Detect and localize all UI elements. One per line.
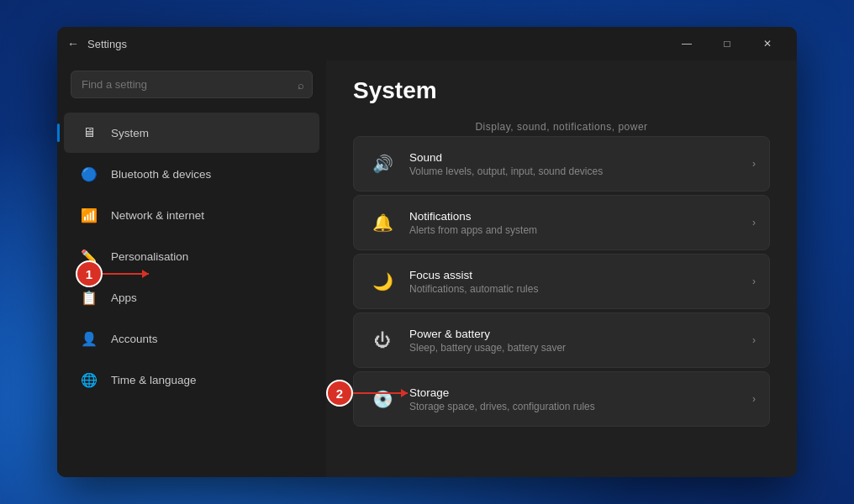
- focus-icon: 🌙: [367, 266, 398, 297]
- setting-item-notifications[interactable]: 🔔NotificationsAlerts from apps and syste…: [353, 195, 770, 250]
- sound-icon: 🔊: [367, 149, 398, 179]
- sidebar-item-system[interactable]: 🖥System: [64, 113, 319, 153]
- search-input[interactable]: [71, 71, 313, 98]
- sound-desc: Volume levels, output, input, sound devi…: [409, 165, 752, 177]
- sidebar-item-label-accounts: Accounts: [111, 333, 158, 345]
- titlebar: ← Settings — □ ✕: [57, 27, 797, 60]
- callout-badge-2: 2: [326, 380, 353, 407]
- minimize-button[interactable]: —: [667, 30, 706, 57]
- setting-item-sound[interactable]: 🔊SoundVolume levels, output, input, soun…: [353, 136, 770, 192]
- search-icon: ⌕: [298, 78, 304, 91]
- main-content: ⌕ 🖥System🔵Bluetooth & devices📶Network & …: [57, 60, 797, 477]
- sidebar-item-network[interactable]: 📶Network & internet: [64, 195, 319, 235]
- notifications-title: Notifications: [409, 210, 752, 223]
- storage-title: Storage: [409, 386, 752, 399]
- sound-text: SoundVolume levels, output, input, sound…: [409, 151, 752, 177]
- accounts-icon: 👤: [77, 327, 101, 350]
- maximize-button[interactable]: □: [708, 30, 746, 57]
- bluetooth-icon: 🔵: [77, 162, 101, 186]
- setting-item-power[interactable]: ⏻Power & batterySleep, battery usage, ba…: [353, 312, 770, 368]
- apps-icon: 📋: [77, 286, 101, 309]
- notifications-text: NotificationsAlerts from apps and system: [409, 210, 752, 236]
- notifications-desc: Alerts from apps and system: [409, 224, 752, 236]
- page-title: System: [326, 60, 797, 114]
- settings-list: Display, sound, notifications, power 🔊So…: [326, 114, 797, 477]
- sidebar-item-time[interactable]: 🌐Time & language: [64, 360, 319, 400]
- storage-icon: 💿: [367, 384, 398, 414]
- power-desc: Sleep, battery usage, battery saver: [409, 342, 752, 354]
- setting-item-focus[interactable]: 🌙Focus assistNotifications, automatic ru…: [353, 254, 770, 309]
- search-box[interactable]: ⌕: [71, 71, 313, 98]
- sidebar-item-label-bluetooth: Bluetooth & devices: [111, 168, 211, 181]
- focus-desc: Notifications, automatic rules: [409, 283, 752, 295]
- system-icon: 🖥: [77, 121, 101, 144]
- setting-item-storage[interactable]: 💿StorageStorage space, drives, configura…: [353, 371, 770, 427]
- main-panel: System Display, sound, notifications, po…: [326, 60, 797, 477]
- focus-text: Focus assistNotifications, automatic rul…: [409, 269, 752, 295]
- settings-items: 🔊SoundVolume levels, output, input, soun…: [353, 136, 770, 427]
- sound-title: Sound: [409, 151, 752, 164]
- nav-menu: 🖥System🔵Bluetooth & devices📶Network & in…: [57, 112, 326, 401]
- section-header: Display, sound, notifications, power: [353, 114, 770, 136]
- network-icon: 📶: [77, 203, 101, 227]
- power-chevron-icon: ›: [752, 334, 756, 346]
- sidebar-item-bluetooth[interactable]: 🔵Bluetooth & devices: [64, 154, 319, 194]
- storage-chevron-icon: ›: [752, 393, 756, 405]
- focus-title: Focus assist: [409, 269, 752, 281]
- time-icon: 🌐: [77, 368, 101, 391]
- back-button[interactable]: ←: [67, 37, 79, 50]
- callout-badge-1: 1: [76, 260, 103, 287]
- sidebar-item-label-network: Network & internet: [111, 209, 204, 222]
- close-button[interactable]: ✕: [748, 30, 787, 57]
- sidebar-item-label-time: Time & language: [111, 374, 197, 386]
- power-text: Power & batterySleep, battery usage, bat…: [409, 328, 752, 354]
- sidebar-item-label-system: System: [111, 127, 149, 139]
- notifications-icon: 🔔: [367, 207, 398, 238]
- window-title: Settings: [87, 38, 667, 50]
- focus-chevron-icon: ›: [752, 276, 756, 287]
- notifications-chevron-icon: ›: [752, 217, 756, 228]
- power-icon: ⏻: [367, 325, 398, 355]
- sidebar-item-apps[interactable]: 📋Apps: [64, 277, 319, 318]
- sidebar-item-label-personalisation: Personalisation: [111, 250, 188, 263]
- storage-desc: Storage space, drives, configuration rul…: [409, 401, 752, 412]
- storage-text: StorageStorage space, drives, configurat…: [409, 386, 752, 412]
- window-controls: — □ ✕: [667, 30, 787, 57]
- sound-chevron-icon: ›: [752, 158, 756, 170]
- power-title: Power & battery: [409, 328, 752, 340]
- sidebar-item-label-apps: Apps: [111, 291, 137, 304]
- sidebar-item-accounts[interactable]: 👤Accounts: [64, 318, 319, 359]
